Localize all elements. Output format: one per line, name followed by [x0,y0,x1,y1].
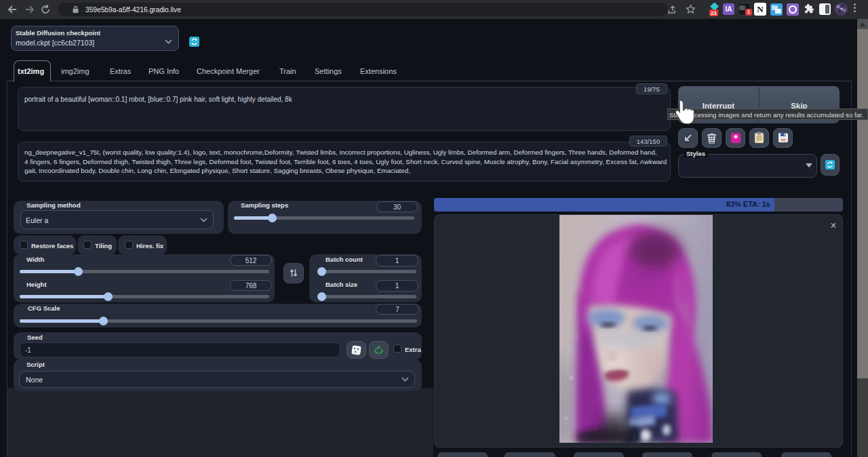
svg-text:21: 21 [711,10,717,16]
